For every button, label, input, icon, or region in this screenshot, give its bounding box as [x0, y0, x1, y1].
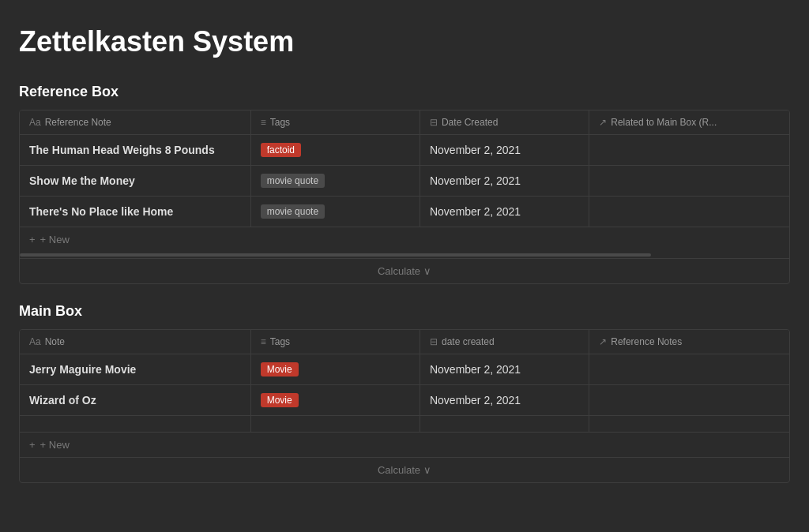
ref-col-tags-header: ≡Tags	[250, 111, 420, 135]
relation-icon: ↗	[599, 336, 607, 347]
tag-badge: Movie	[261, 393, 299, 407]
ref-row-tag: factoid	[250, 135, 420, 166]
tag-badge: movie quote	[261, 204, 325, 219]
reference-box-section: Reference Box AaReference Note ≡Tags ⊟Da…	[19, 84, 790, 284]
calendar-icon: ⊟	[430, 336, 438, 347]
list-icon: ≡	[261, 336, 266, 347]
ref-row-tag: movie quote	[250, 197, 420, 227]
ref-col-date-header: ⊟Date Created	[420, 111, 589, 135]
chevron-down-icon: ∨	[423, 265, 431, 277]
chevron-down-icon: ∨	[423, 464, 431, 476]
ref-row-related	[589, 166, 789, 197]
main-row-related	[589, 385, 789, 416]
main-row-tag: Movie	[250, 385, 420, 416]
main-col-related-header: ↗Reference Notes	[589, 330, 789, 354]
main-col-name-header: AaNote	[20, 330, 250, 354]
reference-box-calculate[interactable]: Calculate ∨	[20, 258, 789, 283]
reference-box-table-wrapper: AaReference Note ≡Tags ⊟Date Created ↗Re…	[19, 110, 790, 284]
main-box-row[interactable]	[20, 416, 789, 433]
tag-badge: factoid	[261, 143, 301, 157]
main-box-header-row: AaNote ≡Tags ⊟date created ↗Reference No…	[20, 330, 789, 354]
ref-row-date: November 2, 2021	[420, 197, 589, 227]
ref-row-date: November 2, 2021	[420, 135, 589, 166]
main-row-name: Wizard of Oz	[20, 385, 250, 416]
reference-box-header-row: AaReference Note ≡Tags ⊟Date Created ↗Re…	[20, 111, 789, 135]
main-box-row[interactable]: Wizard of Oz Movie November 2, 2021	[20, 385, 789, 416]
ref-col-name-header: AaReference Note	[20, 111, 250, 135]
main-row-name	[20, 416, 250, 433]
relation-icon: ↗	[599, 117, 607, 128]
main-row-date: November 2, 2021	[420, 354, 589, 385]
main-col-tags-header: ≡Tags	[250, 330, 420, 354]
reference-box-row[interactable]: The Human Head Weighs 8 Pounds factoid N…	[20, 135, 789, 166]
ref-row-date: November 2, 2021	[420, 166, 589, 197]
plus-icon: +	[29, 234, 36, 245]
main-box-section: Main Box AaNote ≡Tags ⊟date created	[19, 303, 790, 483]
reference-box-row[interactable]: Show Me the Money movie quote November 2…	[20, 166, 789, 197]
main-col-date-header: ⊟date created	[420, 330, 589, 354]
ref-row-name: There's No Place like Home	[20, 197, 250, 227]
tag-badge: Movie	[261, 362, 299, 377]
main-row-tag: Movie	[250, 354, 420, 385]
main-row-related	[589, 354, 789, 385]
reference-box-new-row[interactable]: + + New	[20, 227, 789, 252]
ref-row-related	[589, 197, 789, 227]
reference-box-title: Reference Box	[19, 84, 790, 100]
main-box-table-wrapper: AaNote ≡Tags ⊟date created ↗Reference No…	[19, 329, 790, 483]
main-row-related	[589, 416, 789, 433]
ref-row-related	[589, 135, 789, 166]
main-row-name: Jerry Maguire Movie	[20, 354, 250, 385]
plus-icon: +	[29, 439, 36, 451]
main-box-calculate[interactable]: Calculate ∨	[20, 457, 789, 482]
scrollbar-track	[20, 253, 651, 257]
main-row-date: November 2, 2021	[420, 385, 589, 416]
ref-col-related-header: ↗Related to Main Box (R...	[589, 111, 789, 135]
main-box-row[interactable]: Jerry Maguire Movie Movie November 2, 20…	[20, 354, 789, 385]
text-icon: Aa	[29, 336, 41, 347]
ref-row-name: Show Me the Money	[20, 166, 250, 197]
reference-box-table: AaReference Note ≡Tags ⊟Date Created ↗Re…	[20, 111, 789, 227]
calendar-icon: ⊟	[430, 117, 438, 128]
main-box-title: Main Box	[19, 303, 790, 320]
main-box-new-row[interactable]: + + New	[20, 432, 789, 457]
tag-badge: movie quote	[261, 174, 325, 188]
main-row-tag	[250, 416, 420, 433]
main-box-table: AaNote ≡Tags ⊟date created ↗Reference No…	[20, 330, 789, 432]
ref-row-tag: movie quote	[250, 166, 420, 197]
reference-box-scrollbar[interactable]	[20, 252, 789, 258]
page-title: Zettelkasten System	[19, 25, 790, 58]
list-icon: ≡	[261, 117, 266, 128]
text-icon: Aa	[29, 117, 41, 128]
main-row-date	[420, 416, 589, 433]
ref-row-name: The Human Head Weighs 8 Pounds	[20, 135, 250, 166]
reference-box-row[interactable]: There's No Place like Home movie quote N…	[20, 197, 789, 227]
